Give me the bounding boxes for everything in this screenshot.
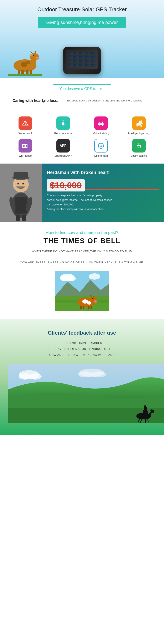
svg-point-8 bbox=[26, 61, 30, 64]
solar-cell bbox=[85, 52, 91, 55]
solar-cell bbox=[85, 64, 91, 67]
voice-training-icon bbox=[97, 120, 105, 127]
feature-wifi-fence: WIFI fence bbox=[8, 139, 42, 157]
svg-point-67 bbox=[22, 183, 24, 184]
feature-easily-stalling: Easily stalling bbox=[122, 139, 156, 157]
caring-text-right: You could track their position in any ti… bbox=[67, 98, 143, 103]
cow-field-photo bbox=[55, 271, 109, 311]
svg-line-34 bbox=[140, 125, 140, 127]
svg-point-22 bbox=[62, 120, 63, 121]
feature-specified-app: APP Specified APP bbox=[46, 139, 80, 157]
hero-image-area bbox=[4, 32, 160, 78]
feedback-item-1: IF I DO NOT HAVE TRACKER, bbox=[8, 340, 156, 346]
svg-point-54 bbox=[138, 147, 139, 148]
svg-line-99 bbox=[145, 419, 146, 423]
solar-cell bbox=[73, 60, 79, 63]
svg-line-55 bbox=[139, 146, 141, 147]
header-title: Outdoor Treasure-Solar GPS Tracker bbox=[4, 6, 160, 13]
herdsman-price: $10,000 bbox=[47, 180, 85, 192]
svg-marker-20 bbox=[62, 121, 64, 125]
svg-point-112 bbox=[92, 372, 106, 377]
svg-point-75 bbox=[60, 276, 68, 281]
caring-heading: Caring with heart,no loss. bbox=[12, 98, 58, 103]
solar-cell bbox=[73, 52, 79, 55]
specified-app-icon-bg: APP bbox=[56, 139, 70, 152]
wifi-fence-label: WIFI fence bbox=[19, 154, 32, 157]
svg-point-81 bbox=[82, 300, 88, 304]
landscape-area bbox=[8, 364, 156, 423]
svg-point-91 bbox=[92, 298, 93, 299]
svg-point-77 bbox=[89, 273, 100, 280]
svg-rect-85 bbox=[88, 306, 90, 310]
bell-title: THE TIMES OF BELL bbox=[12, 237, 152, 245]
svg-rect-59 bbox=[14, 197, 27, 214]
waterproof-label: Waterproof bbox=[18, 132, 32, 135]
svg-point-111 bbox=[78, 372, 93, 377]
solar-panel bbox=[66, 50, 98, 69]
herdsman-desc-line-4: Asking for other's help will owe a lot o… bbox=[47, 207, 159, 212]
caring-text-left: Caring with heart,no loss. bbox=[12, 98, 58, 104]
svg-rect-70 bbox=[16, 214, 20, 221]
svg-point-30 bbox=[140, 122, 141, 123]
svg-point-90 bbox=[96, 301, 96, 301]
caring-desc: You could track their position in any ti… bbox=[67, 98, 143, 103]
herdsman-title: Herdsman with broken heart bbox=[47, 170, 159, 175]
waterproof-icon-bg bbox=[18, 116, 32, 130]
svg-line-35 bbox=[141, 125, 142, 126]
intelligent-grazing-label: Intelligent grazing bbox=[128, 132, 150, 135]
feedback-item-3: COW AND SHEEP WHEN FACING WILD LAND bbox=[8, 352, 156, 358]
features-grid: Waterproof Remove alarm Voice training bbox=[0, 112, 164, 164]
cow-field-illustration bbox=[55, 271, 109, 311]
herdsman-content: Herdsman with broken heart $10,000 Cow a… bbox=[42, 164, 164, 222]
bell-section: How to find cow and sheep in the past? T… bbox=[0, 222, 164, 319]
easily-stalling-icon bbox=[135, 142, 143, 150]
svg-point-44 bbox=[100, 145, 102, 147]
svg-point-76 bbox=[67, 276, 76, 281]
solar-cell bbox=[85, 60, 91, 63]
solar-cell bbox=[91, 56, 97, 59]
solar-cell bbox=[73, 56, 79, 59]
solar-cell bbox=[91, 52, 97, 55]
herdsman-section: Herdsman with broken heart $10,000 Cow a… bbox=[0, 164, 164, 222]
svg-point-19 bbox=[25, 124, 26, 125]
svg-rect-62 bbox=[13, 172, 28, 178]
easily-stalling-icon-bg bbox=[132, 139, 146, 152]
feedback-item-2: I HAVE NO IDEA ABOUT FINDING LOST bbox=[8, 346, 156, 352]
svg-rect-42 bbox=[22, 147, 27, 148]
feature-intelligent-grazing: Intelligent grazing bbox=[122, 116, 156, 135]
svg-rect-84 bbox=[83, 306, 84, 310]
deserve-label: You deserve a GPS tracker bbox=[53, 84, 111, 93]
voice-training-icon-bg bbox=[94, 116, 108, 130]
herdsman-description: Cow and sheep are herdsman's main proper… bbox=[47, 193, 159, 212]
cow-icon bbox=[8, 43, 42, 76]
bell-desc-line2: COW AND SHEEP IS HEARING VOICE OF BELL O… bbox=[12, 260, 152, 265]
solar-cell bbox=[79, 56, 85, 59]
offline-map-icon-bg bbox=[94, 139, 108, 152]
landscape-illustration bbox=[8, 364, 164, 423]
svg-line-13 bbox=[31, 52, 32, 54]
solar-cell bbox=[67, 60, 73, 63]
intelligent-grazing-icon bbox=[135, 120, 143, 127]
wifi-fence-icon-bg bbox=[18, 139, 32, 152]
specified-app-label: Specified APP bbox=[54, 154, 72, 157]
herdsman-illustration bbox=[0, 164, 42, 222]
bell-question: How to find cow and sheep in the past? bbox=[12, 230, 152, 235]
herdsman-desc-line-2: as well as biggest income. The lost of l… bbox=[47, 198, 159, 202]
feature-voice-training: Voice training bbox=[84, 116, 118, 135]
promo-section: You deserve a GPS tracker Caring with he… bbox=[0, 78, 164, 112]
svg-line-33 bbox=[137, 125, 137, 127]
svg-point-50 bbox=[138, 146, 138, 147]
solar-cell bbox=[67, 64, 73, 67]
offline-map-label: Offline map bbox=[94, 154, 108, 157]
svg-point-12 bbox=[33, 55, 34, 56]
feature-offline-map: Offline map bbox=[84, 139, 118, 157]
svg-rect-16 bbox=[8, 74, 42, 76]
svg-rect-41 bbox=[22, 144, 27, 145]
svg-rect-83 bbox=[80, 306, 82, 310]
herdsman-desc-line-3: damage over $10,000. bbox=[47, 202, 159, 207]
solar-cell bbox=[91, 64, 97, 67]
svg-point-11 bbox=[38, 58, 38, 58]
svg-line-32 bbox=[136, 125, 137, 126]
svg-point-9 bbox=[35, 57, 39, 60]
specified-app-icon: APP bbox=[60, 144, 67, 148]
